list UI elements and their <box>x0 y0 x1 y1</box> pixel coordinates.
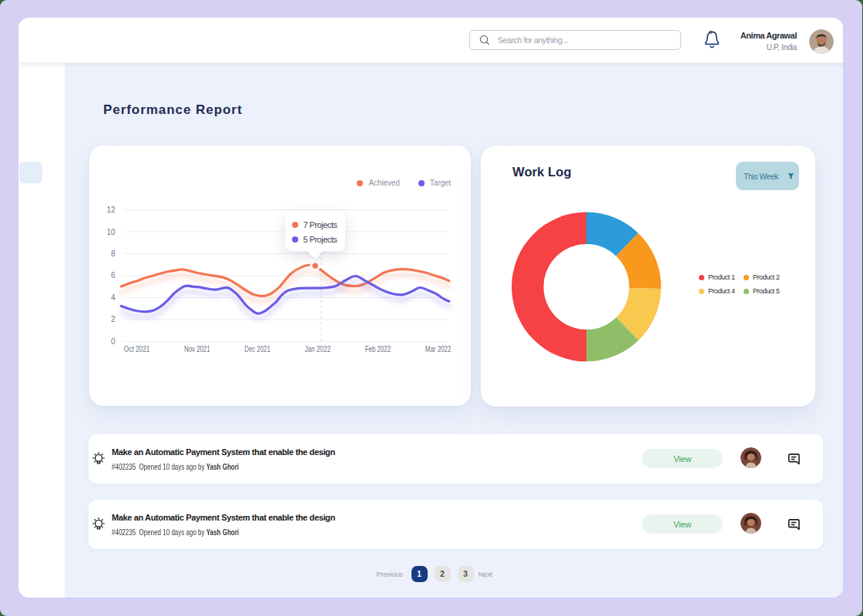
achieved-legend-dot <box>357 180 363 186</box>
legend-label: Product 1 <box>708 273 734 281</box>
comment-icon[interactable] <box>787 453 801 465</box>
y-tick-label: 4 <box>111 293 116 302</box>
screen: Search for anything... Anima Agrawal U.P… <box>0 0 863 616</box>
task-assignee-avatar[interactable] <box>740 513 761 534</box>
task-subtitle: #402235 Opened 10 days ago by Yash Ghori <box>112 463 290 471</box>
y-tick-label: 8 <box>111 249 116 258</box>
idea-bulb-icon <box>91 517 106 532</box>
pagination-previous[interactable]: Previous <box>376 570 402 578</box>
task-opened-text: Opened 10 days ago by <box>139 528 205 537</box>
y-tick-label: 12 <box>106 206 116 214</box>
task-row: Make an Automatic Payment System that en… <box>89 500 823 549</box>
task-id: #402235 <box>112 528 136 537</box>
legend-achieved: Achieved <box>357 179 399 187</box>
task-assignee-avatar-image <box>740 513 761 534</box>
pagination: Previous 1 2 3 Next <box>65 566 804 582</box>
x-tick-label: Dec 2021 <box>244 345 270 353</box>
donut-legend-item: Product 4 <box>699 287 744 295</box>
task-author: Yash Ghori <box>207 463 239 471</box>
search-placeholder: Search for anything... <box>498 35 568 45</box>
x-tick-label: Jan 2022 <box>304 345 331 353</box>
comment-icon[interactable] <box>787 518 801 531</box>
x-tick-label: Oct 2021 <box>124 345 150 353</box>
y-tick-label: 2 <box>111 315 116 323</box>
x-tick-label: Nov 2021 <box>184 345 210 353</box>
donut-legend-item: Product 5 <box>744 287 779 295</box>
legend-label: Product 4 <box>708 287 734 295</box>
task-assignee-avatar[interactable] <box>740 447 761 468</box>
task-main: Make an Automatic Payment System that en… <box>112 447 335 471</box>
profile-info: Anima Agrawal U.P, India <box>740 31 797 52</box>
user-name: Anima Agrawal <box>740 31 797 40</box>
user-avatar[interactable] <box>809 29 834 54</box>
highlight-marker <box>312 263 319 270</box>
chart-tooltip: 7 Projects 5 Projects <box>285 211 345 251</box>
task-opened-text: Opened 10 days ago by <box>139 463 205 471</box>
tooltip-achieved-dot <box>292 222 298 228</box>
page-title: Performance Report <box>103 102 243 118</box>
chart-legend: Achieved Target <box>357 179 451 187</box>
pagination-page-3[interactable]: 3 <box>458 566 474 582</box>
legend-dot <box>699 275 704 280</box>
task-author: Yash Ghori <box>207 528 239 537</box>
task-title: Make an Automatic Payment System that en… <box>112 513 335 522</box>
donut-legend: Product 1Product 2Product 4Product 5 <box>699 273 779 295</box>
tooltip-achieved-row: 7 Projects <box>292 220 337 229</box>
app-window: Search for anything... Anima Agrawal U.P… <box>18 18 843 598</box>
task-title: Make an Automatic Payment System that en… <box>112 447 335 457</box>
legend-dot <box>699 289 704 294</box>
task-main: Make an Automatic Payment System that en… <box>112 513 335 537</box>
view-button[interactable]: View <box>642 514 723 534</box>
donut-legend-item: Product 1 <box>699 273 744 281</box>
view-button[interactable]: View <box>642 449 723 468</box>
header-divider <box>18 62 843 63</box>
target-legend-dot <box>418 180 425 186</box>
notification-bell-icon[interactable] <box>702 29 722 52</box>
tooltip-target-dot <box>292 236 298 243</box>
work-log-card: Work Log This Week Product 1Product 2Pro… <box>481 146 815 407</box>
main-content: Performance Report 024681012Oct 2021Nov … <box>65 63 843 598</box>
performance-chart-card: 024681012Oct 2021Nov 2021Dec 2021Jan 202… <box>89 146 471 406</box>
y-tick-label: 6 <box>111 271 116 280</box>
x-tick-label: Feb 2022 <box>365 345 391 353</box>
legend-dot <box>744 289 749 294</box>
legend-label: Product 2 <box>753 273 779 281</box>
x-tick-label: Mar 2022 <box>425 345 452 353</box>
header: Search for anything... Anima Agrawal U.P… <box>18 18 843 63</box>
sidebar-item-active[interactable] <box>19 162 42 183</box>
y-tick-label: 0 <box>111 337 116 346</box>
idea-bulb-icon <box>91 451 106 467</box>
search-icon <box>479 34 491 46</box>
legend-label: Product 5 <box>753 287 779 295</box>
donut-legend-item: Product 2 <box>744 273 779 281</box>
search-input[interactable]: Search for anything... <box>469 30 681 50</box>
legend-dot <box>744 275 749 280</box>
user-location: U.P, India <box>740 43 797 52</box>
y-tick-label: 10 <box>106 228 116 236</box>
user-avatar-image <box>809 29 834 54</box>
task-assignee-avatar-image <box>740 447 761 468</box>
desktop-frame: Search for anything... Anima Agrawal U.P… <box>0 0 862 616</box>
sidebar <box>18 63 65 598</box>
pagination-next[interactable]: Next <box>479 570 492 578</box>
legend-target: Target <box>418 179 451 187</box>
pagination-page-1[interactable]: 1 <box>411 566 428 582</box>
task-row: Make an Automatic Payment System that en… <box>89 434 823 484</box>
task-subtitle: #402235 Opened 10 days ago by Yash Ghori <box>112 528 290 537</box>
pagination-page-2[interactable]: 2 <box>435 566 451 582</box>
task-id: #402235 <box>112 463 136 471</box>
